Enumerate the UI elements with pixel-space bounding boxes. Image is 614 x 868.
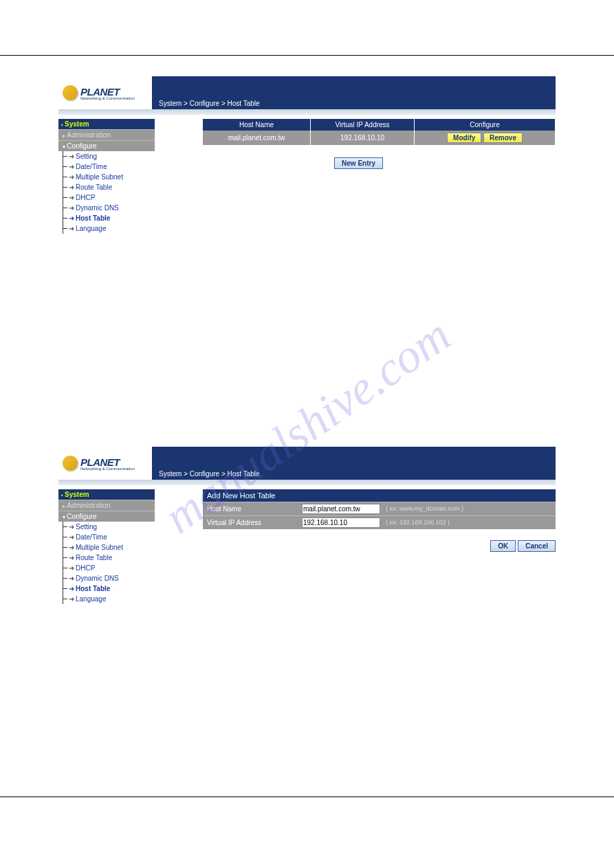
- col-hostname: Host Name: [203, 119, 311, 131]
- host-table: Host Name Virtual IP Address Configure m…: [203, 119, 556, 145]
- breadcrumb: System > Configure > Host Table: [152, 76, 556, 109]
- nav-dhcp[interactable]: ➜DHCP: [63, 563, 155, 573]
- nav-datetime[interactable]: ➜Date/Time: [63, 162, 155, 172]
- nav-host-table[interactable]: ➜Host Table: [63, 213, 155, 223]
- nav-system[interactable]: System: [58, 119, 155, 129]
- hostname-label: Host Name: [203, 502, 300, 515]
- screenshot-host-table-list: PLANETNetworking & Communication System …: [58, 76, 556, 234]
- nav-language[interactable]: ➜Language: [63, 594, 155, 604]
- nav-configure[interactable]: Configure: [58, 511, 155, 522]
- globe-icon: [63, 85, 78, 100]
- vip-input[interactable]: [302, 518, 380, 528]
- nav-configure[interactable]: Configure: [58, 140, 155, 151]
- nav-route-table[interactable]: ➜Route Table: [63, 182, 155, 192]
- breadcrumb: System > Configure > Host Table: [152, 447, 556, 480]
- vip-label: Virtual IP Address: [203, 516, 300, 529]
- logo: PLANETNetworking & Communication: [58, 76, 152, 109]
- cancel-button[interactable]: Cancel: [518, 540, 556, 552]
- nav-setting[interactable]: ➜Setting: [63, 151, 155, 162]
- modify-button[interactable]: Modify: [447, 133, 481, 143]
- col-vip: Virtual IP Address: [311, 119, 415, 131]
- new-entry-button[interactable]: New Entry: [334, 157, 383, 169]
- sidebar: System Administration Configure ➜Setting…: [58, 119, 155, 234]
- nav-dhcp[interactable]: ➜DHCP: [63, 192, 155, 203]
- nav-dynamic-dns[interactable]: ➜Dynamic DNS: [63, 203, 155, 213]
- nav-host-table[interactable]: ➜Host Table: [63, 583, 155, 594]
- logo: PLANETNetworking & Communication: [58, 447, 152, 480]
- hostname-example: ( ex: www.my_domain.com ): [382, 502, 468, 515]
- table-row: mail.planet.com.tw 192.168.10.10 Modify …: [203, 131, 556, 145]
- screenshot-add-host-table: PLANETNetworking & Communication System …: [58, 447, 556, 604]
- col-configure: Configure: [415, 119, 556, 131]
- vip-example: ( ex: 192.168.100.102 ): [382, 516, 454, 529]
- nav-route-table[interactable]: ➜Route Table: [63, 553, 155, 563]
- globe-icon: [63, 456, 78, 471]
- nav-setting[interactable]: ➜Setting: [63, 522, 155, 532]
- nav-language[interactable]: ➜Language: [63, 223, 155, 234]
- ok-button[interactable]: OK: [490, 540, 516, 552]
- sidebar: System Administration Configure ➜Setting…: [58, 489, 155, 604]
- nav-administration[interactable]: Administration: [58, 500, 155, 511]
- nav-dynamic-dns[interactable]: ➜Dynamic DNS: [63, 573, 155, 583]
- nav-multiple-subnet[interactable]: ➜Multiple Subnet: [63, 172, 155, 182]
- hostname-input[interactable]: [302, 504, 380, 514]
- form-title: Add New Host Table: [203, 489, 556, 502]
- nav-system[interactable]: System: [58, 489, 155, 500]
- nav-datetime[interactable]: ➜Date/Time: [63, 532, 155, 542]
- nav-administration[interactable]: Administration: [58, 129, 155, 140]
- nav-multiple-subnet[interactable]: ➜Multiple Subnet: [63, 542, 155, 553]
- remove-button[interactable]: Remove: [483, 133, 523, 143]
